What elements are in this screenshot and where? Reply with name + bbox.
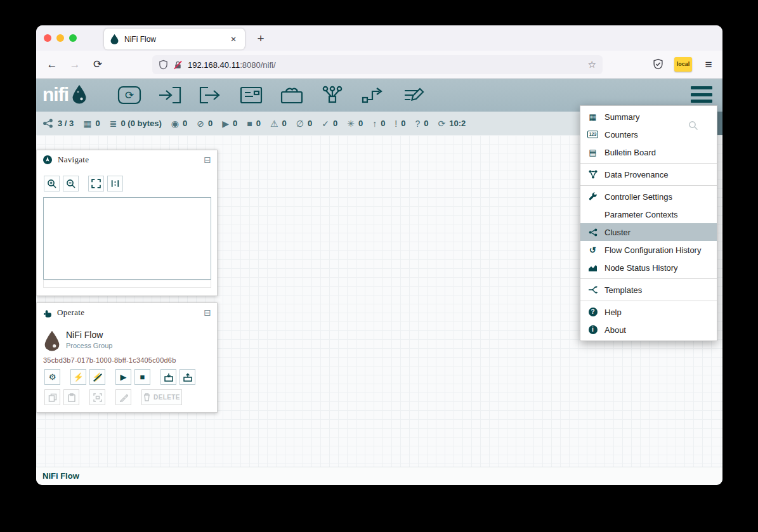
group-button[interactable] xyxy=(160,369,176,385)
operate-buttons-row1: ⚙ ⚡ ⚡ ▶ ■ xyxy=(44,369,199,385)
menu-item-bulletin-board[interactable]: ▤ Bulletin Board xyxy=(580,143,717,161)
close-window-button[interactable] xyxy=(44,34,51,42)
navigate-palette: Navigate ⊟ xyxy=(36,150,218,296)
refresh-icon[interactable]: ⟳ xyxy=(438,119,446,129)
fill-color-button[interactable] xyxy=(115,389,131,405)
hand-icon xyxy=(42,308,52,318)
box-arrow-out-icon xyxy=(183,373,192,382)
create-template-button[interactable] xyxy=(89,389,105,405)
search-icon xyxy=(688,120,698,131)
locally-modified-stale-status: ! 0 xyxy=(395,119,405,129)
nifi-logo-drop-icon xyxy=(71,84,88,105)
tab-close-icon[interactable]: ✕ xyxy=(228,34,239,45)
stop-button[interactable]: ■ xyxy=(134,369,150,385)
play-icon: ▶ xyxy=(121,372,127,382)
new-tab-button[interactable]: + xyxy=(252,30,270,47)
minimize-window-button[interactable] xyxy=(56,34,64,42)
menu-item-flow-configuration-history[interactable]: ↺ Flow Configuration History xyxy=(580,241,717,259)
template-toolbar-button[interactable] xyxy=(360,84,386,107)
extension-shield-icon[interactable] xyxy=(653,58,663,70)
app-menu-button[interactable]: ≡ xyxy=(700,56,717,73)
disable-button[interactable]: ⚡ xyxy=(89,369,105,385)
zoom-actual-size-button[interactable] xyxy=(107,176,123,191)
start-button[interactable]: ▶ xyxy=(115,369,131,385)
back-button[interactable]: ← xyxy=(44,57,60,72)
disabled-status: ∅ 0 xyxy=(296,119,312,129)
selected-component-id[interactable]: 35cbd3b7-017b-1000-8bff-1c3405c00d6b xyxy=(43,356,176,364)
enable-button[interactable]: ⚡ xyxy=(70,369,86,385)
menu-separator xyxy=(580,163,717,164)
tracking-protection-shield-icon[interactable] xyxy=(159,60,168,70)
nifi-logo-text: nifi xyxy=(42,84,69,105)
area-chart-icon xyxy=(588,263,598,273)
collapse-navigate-icon[interactable]: ⊟ xyxy=(204,155,211,164)
ungroup-button[interactable] xyxy=(180,369,195,385)
remote-process-group-button[interactable] xyxy=(278,84,305,107)
birdseye-brush[interactable] xyxy=(43,280,211,288)
global-menu: ▦ Summary 123 Counters ▤ Bulletin Board … xyxy=(580,105,717,341)
menu-item-help[interactable]: ? Help xyxy=(580,303,717,321)
delete-button[interactable]: DELETE xyxy=(141,389,182,405)
birdseye-map[interactable] xyxy=(43,197,211,280)
wrench-icon xyxy=(588,192,598,202)
active-threads-status: ▦ 0 xyxy=(83,119,100,129)
tab-title: NiFi Flow xyxy=(124,35,228,44)
output-port-button[interactable] xyxy=(197,84,224,107)
menu-item-parameter-contexts[interactable]: Parameter Contexts xyxy=(580,205,717,223)
extension-local-badge[interactable]: local xyxy=(674,57,692,72)
sync-failure-icon: ? xyxy=(415,119,420,129)
menu-item-data-provenance[interactable]: Data Provenance xyxy=(580,165,717,183)
insecure-lock-icon[interactable] xyxy=(173,60,183,70)
disabled-icon: ∅ xyxy=(296,119,304,129)
process-group-button[interactable] xyxy=(238,84,265,107)
running-icon: ▶ xyxy=(222,119,229,129)
collapse-operate-icon[interactable]: ⊟ xyxy=(204,308,211,317)
selected-component-type: Process Group xyxy=(66,342,112,349)
counters-icon: 123 xyxy=(587,131,598,138)
up-to-date-icon: ✓ xyxy=(322,119,329,129)
svg-text:⟳: ⟳ xyxy=(125,89,134,101)
processor-button[interactable]: ⟳ xyxy=(116,84,143,107)
zoom-fit-button[interactable] xyxy=(88,176,104,191)
zoom-window-button[interactable] xyxy=(69,34,77,42)
menu-item-about[interactable]: i About xyxy=(580,321,717,339)
cluster-icon xyxy=(42,119,54,128)
last-refresh[interactable]: ⟳ 10:2 xyxy=(438,119,466,129)
navigate-header: Navigate ⊟ xyxy=(37,150,217,169)
nifi-logo: nifi xyxy=(42,84,88,105)
paste-button[interactable] xyxy=(63,389,79,405)
gear-icon: ⚙ xyxy=(49,372,56,382)
zoom-in-button[interactable] xyxy=(44,176,60,191)
process-group-drop-icon xyxy=(43,330,61,353)
zoom-out-button[interactable] xyxy=(63,176,79,191)
menu-item-node-status-history[interactable]: Node Status History xyxy=(580,259,717,276)
global-menu-button[interactable] xyxy=(691,86,712,103)
configuration-button[interactable]: ⚙ xyxy=(44,369,60,385)
menu-item-controller-settings[interactable]: Controller Settings xyxy=(580,188,717,205)
breadcrumb-root[interactable]: NiFi Flow xyxy=(42,471,79,481)
menu-item-cluster[interactable]: Cluster xyxy=(580,223,717,241)
browser-tab[interactable]: NiFi Flow ✕ xyxy=(104,29,245,49)
locally-modified-stale-icon: ! xyxy=(395,119,397,129)
bulletin-board-icon: ▤ xyxy=(589,148,596,157)
url-bar[interactable]: 192.168.40.11:8080/nifi/ ☆ xyxy=(152,55,603,74)
funnel-button[interactable] xyxy=(319,84,346,107)
selected-component-name: NiFi Flow xyxy=(66,330,103,340)
navigate-tools xyxy=(44,176,126,191)
provenance-icon xyxy=(588,169,598,179)
cluster-icon xyxy=(588,228,598,237)
browser-window: NiFi Flow ✕ + ← → ⟳ 192.168.40.11:8080/n… xyxy=(36,25,722,485)
lightning-icon: ⚡ xyxy=(73,372,83,382)
forward-button[interactable]: → xyxy=(67,57,83,72)
menu-separator xyxy=(580,301,717,301)
history-icon: ↺ xyxy=(589,245,596,255)
copy-button[interactable] xyxy=(44,389,60,405)
queued-status: ≣ 0 (0 bytes) xyxy=(110,119,162,129)
nifi-favicon-drop-icon xyxy=(110,34,119,44)
nifi-search-button[interactable] xyxy=(688,120,698,131)
label-button[interactable] xyxy=(400,84,427,107)
bookmark-star-icon[interactable]: ☆ xyxy=(588,59,596,70)
menu-item-templates[interactable]: Templates xyxy=(580,281,717,299)
input-port-button[interactable] xyxy=(157,84,183,107)
reload-button[interactable]: ⟳ xyxy=(89,57,106,72)
